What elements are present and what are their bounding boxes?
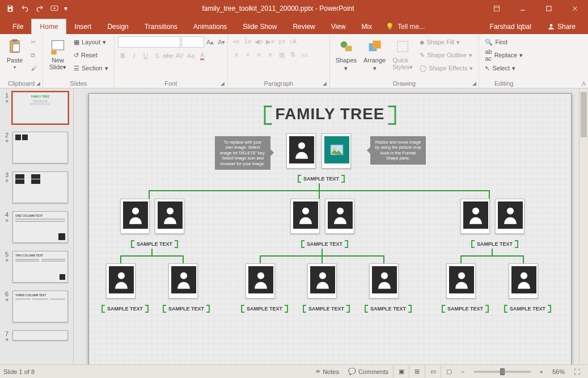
zoom-in-button[interactable]: + (535, 366, 548, 378)
clipboard-launcher-icon[interactable]: ◢ (35, 80, 41, 87)
align-text-icon[interactable]: ⇅ (288, 49, 298, 60)
cut-button[interactable]: ✂ (28, 36, 39, 48)
bold-icon[interactable]: B (118, 51, 128, 61)
sample-text[interactable]: SAMPLE TEXT (365, 305, 412, 313)
photo-placeholder[interactable] (446, 263, 476, 299)
tab-view[interactable]: View (323, 19, 354, 34)
sample-text[interactable]: SAMPLE TEXT (241, 305, 288, 313)
drawing-launcher-icon[interactable]: ◢ (471, 80, 477, 87)
photo-placeholder[interactable] (106, 263, 136, 299)
sample-text[interactable]: SAMPLE TEXT (442, 305, 489, 313)
scrollbar-handle[interactable] (581, 92, 587, 137)
thumbnail-1[interactable]: 1✶ FAMILY TREE▢▢ ▢▢ ▢▢▢ ▢ ▢ ▢ ▢ ▢ ▢ (3, 92, 70, 124)
increase-size-icon[interactable]: A▴ (205, 37, 215, 47)
thumbnail-pane[interactable]: 1✶ FAMILY TREE▢▢ ▢▢ ▢▢▢ ▢ ▢ ▢ ▢ ▢ ▢ 2✶ 3… (0, 89, 74, 364)
photo-placeholder[interactable] (369, 263, 399, 299)
textdir-icon[interactable]: ↕A (288, 36, 298, 47)
tab-file[interactable]: File (5, 19, 31, 34)
font-color-icon[interactable]: A (197, 51, 208, 61)
italic-icon[interactable]: I (129, 51, 139, 61)
notes-button[interactable]: ≐Notes (311, 366, 344, 378)
sample-text[interactable]: SAMPLE TEXT (471, 240, 518, 248)
sample-text[interactable]: SAMPLE TEXT (298, 175, 345, 183)
sample-text[interactable]: SAMPLE TEXT (303, 305, 350, 313)
decrease-size-icon[interactable]: A▾ (217, 37, 227, 47)
shapes-button[interactable]: Shapes▾ (333, 36, 359, 73)
slide-title[interactable]: FAMILY TREE (264, 105, 396, 125)
thumbnail-3[interactable]: 3✶ (3, 171, 70, 203)
photo-placeholder[interactable] (246, 263, 275, 299)
share-button[interactable]: Share (539, 19, 583, 34)
shape-fill-button[interactable]: ◆Shape Fill▾ (417, 36, 475, 48)
photo-placeholder[interactable] (509, 263, 538, 299)
align-right-icon[interactable]: ≡ (254, 49, 264, 60)
bullets-icon[interactable]: •≡ (231, 36, 242, 47)
fit-to-window-icon[interactable]: ⛶ (569, 366, 585, 378)
save-icon[interactable] (3, 2, 17, 15)
new-slide-button[interactable]: NewSlide▾ (46, 36, 69, 72)
tab-animations[interactable]: Animations (185, 19, 235, 34)
tab-slideshow[interactable]: Slide Show (235, 19, 285, 34)
tab-mix[interactable]: Mix (354, 19, 380, 34)
sample-text[interactable]: SAMPLE TEXT (101, 305, 149, 313)
start-from-beginning-icon[interactable] (48, 2, 61, 15)
photo-placeholder[interactable] (286, 133, 316, 169)
underline-icon[interactable]: U (141, 51, 151, 61)
paragraph-launcher-icon[interactable]: ◢ (322, 80, 328, 87)
undo-icon[interactable] (18, 2, 32, 15)
thumbnail-5[interactable]: 5✶ TWO COLUMN TEXT (3, 251, 70, 283)
outdent-icon[interactable]: ◀≡ (254, 36, 264, 47)
align-left-icon[interactable]: ≡ (231, 49, 242, 60)
redo-icon[interactable] (33, 2, 46, 15)
thumbnail-4[interactable]: 4✶ ONE COLUMN TEXT (3, 211, 70, 243)
user-name[interactable]: Farshad Iqbal (482, 19, 539, 34)
tooltip-resize-image[interactable]: Resize and move image by using the pictu… (370, 136, 426, 165)
sample-text[interactable]: SAMPLE TEXT (504, 305, 551, 313)
arrange-button[interactable]: Arrange▾ (361, 36, 388, 73)
strike-icon[interactable]: abc (163, 51, 174, 61)
case-icon[interactable]: Aa (186, 51, 196, 61)
sample-text[interactable]: SAMPLE TEXT (301, 240, 348, 248)
tab-review[interactable]: Review (285, 19, 323, 34)
tooltip-replace-image[interactable]: To replace with your own image. Select i… (215, 136, 270, 170)
shape-effects-button[interactable]: ◯Shape Effects▾ (417, 62, 475, 74)
tab-insert[interactable]: Insert (66, 19, 99, 34)
font-size-select[interactable] (181, 36, 204, 48)
slide-sorter-view-icon[interactable]: ⊞ (409, 366, 425, 378)
format-painter-button[interactable]: 🖌 (28, 62, 39, 74)
numbers-icon[interactable]: 1≡ (243, 36, 253, 47)
reset-button[interactable]: ↺Reset (71, 49, 111, 61)
shape-outline-button[interactable]: ✎Shape Outline▾ (417, 49, 475, 61)
photo-placeholder[interactable] (325, 199, 354, 234)
tab-transitions[interactable]: Transitions (137, 19, 185, 34)
spacing-icon[interactable]: AV (175, 51, 185, 61)
slideshow-view-icon[interactable]: ▢ (441, 366, 456, 378)
normal-view-icon[interactable]: ▣ (393, 366, 409, 378)
thumbnail-6[interactable]: 6✶ THREE COLUMN TEXT (3, 291, 70, 322)
zoom-level[interactable]: 56% (548, 366, 569, 378)
linespacing-icon[interactable]: ‡≡ (277, 36, 287, 47)
reading-view-icon[interactable]: ▭ (425, 366, 441, 378)
columns-icon[interactable]: ▥ (277, 49, 287, 60)
quick-styles-button[interactable]: QuickStyles▾ (390, 36, 415, 72)
thumbnail-2[interactable]: 2✶ (3, 132, 70, 163)
section-button[interactable]: ☰Section▾ (71, 62, 111, 74)
close-icon[interactable] (562, 0, 588, 17)
ribbon-display-options-icon[interactable] (484, 0, 510, 17)
slide-counter[interactable]: Slide 1 of 8 (3, 368, 311, 375)
tab-design[interactable]: Design (99, 19, 136, 34)
photo-placeholder[interactable] (155, 199, 184, 234)
replace-button[interactable]: abacReplace▾ (483, 49, 525, 61)
justify-icon[interactable]: ≡ (265, 49, 276, 60)
font-family-select[interactable] (118, 36, 180, 48)
photo-placeholder[interactable] (322, 133, 351, 169)
align-center-icon[interactable]: ≡ (243, 49, 253, 60)
collapse-ribbon-icon[interactable]: ᐱ (582, 81, 586, 87)
slide-canvas[interactable]: FAMILY TREE To replace with your own ima… (88, 93, 572, 364)
copy-button[interactable]: ⧉ (28, 49, 39, 61)
zoom-handle[interactable] (500, 368, 505, 375)
zoom-slider[interactable] (474, 371, 531, 373)
photo-placeholder[interactable] (307, 263, 337, 299)
select-button[interactable]: ↖Select▾ (483, 62, 525, 74)
maximize-icon[interactable] (536, 0, 562, 17)
